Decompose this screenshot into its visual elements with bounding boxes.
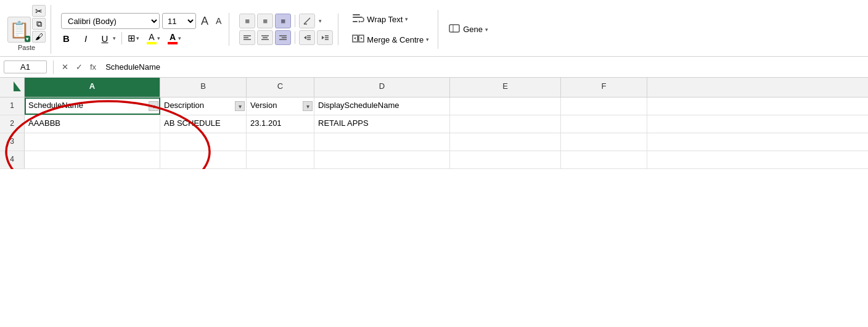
cell-B4[interactable] <box>160 151 247 168</box>
cell-D1[interactable]: DisplayScheduleName <box>314 97 450 115</box>
font-group: Calibri (Body) 11 A A B I U ▾ ⊞ ▾ <box>56 13 229 46</box>
cell-A2[interactable]: AAABBB <box>25 115 160 133</box>
confirm-formula-icon[interactable]: ✓ <box>74 61 84 73</box>
fx-icon[interactable]: fx <box>88 61 98 73</box>
format-painter-button[interactable]: 🖌 <box>32 31 46 43</box>
cell-F3[interactable] <box>561 133 647 151</box>
fill-color-group[interactable]: A ▾ <box>145 31 162 46</box>
cell-A4[interactable] <box>25 151 160 168</box>
svg-rect-20 <box>353 17 362 18</box>
align-right-button[interactable] <box>275 30 291 45</box>
svg-rect-19 <box>353 14 360 15</box>
clipboard-options: ✂ ⧉ 🖌 <box>32 5 46 43</box>
col-header-C[interactable]: C <box>247 78 314 97</box>
cell-C1[interactable]: Version ▾ <box>247 97 314 115</box>
align-row1: ≡ ≡ ≡ ▾ <box>239 14 333 28</box>
cell-B1-dropdown[interactable]: ▾ <box>235 101 245 111</box>
svg-marker-21 <box>359 20 361 23</box>
paste-group: 📋 ▾ ✂ ⧉ 🖌 Paste <box>5 5 51 54</box>
table-row: 3 <box>0 133 868 151</box>
alignment-group: ≡ ≡ ≡ ▾ <box>234 14 338 45</box>
decrease-indent-button[interactable] <box>299 30 315 45</box>
row-num-header <box>0 78 25 97</box>
cell-B2[interactable]: AB SCHEDULE <box>160 115 247 133</box>
cell-B3[interactable] <box>160 133 247 151</box>
copy-button[interactable]: ⧉ <box>32 18 46 30</box>
cut-button[interactable]: ✂ <box>32 5 46 17</box>
increase-indent-button[interactable] <box>317 30 333 45</box>
cell-A1[interactable]: ScheduleName ▾ <box>25 97 160 115</box>
merge-centre-button[interactable]: Merge & Centre ▾ <box>348 30 433 49</box>
cell-F2[interactable] <box>561 115 647 133</box>
formula-input[interactable] <box>102 61 864 73</box>
align-middle-button[interactable]: ≡ <box>257 14 273 28</box>
cell-C2[interactable]: 23.1.201 <box>247 115 314 133</box>
align-left-button[interactable] <box>239 30 255 45</box>
cell-B1[interactable]: Description ▾ <box>160 97 247 115</box>
row-number-1: 1 <box>0 97 25 115</box>
number-group: Gene ▾ <box>443 22 493 37</box>
fill-color-button[interactable]: A <box>147 32 157 44</box>
cell-D4[interactable] <box>314 151 450 168</box>
cell-D3[interactable] <box>314 133 450 151</box>
svg-marker-15 <box>322 36 324 39</box>
col-header-B[interactable]: B <box>160 78 247 97</box>
paste-label: Paste <box>18 44 35 51</box>
svg-rect-22 <box>353 21 358 22</box>
cell-C1-dropdown[interactable]: ▾ <box>303 101 313 111</box>
font-color-button[interactable]: A <box>168 32 178 44</box>
row-number-3: 3 <box>0 133 25 151</box>
cell-C3[interactable] <box>247 133 314 151</box>
wrap-text-button[interactable]: Wrap Text ▾ <box>348 10 433 28</box>
align-bottom-button[interactable]: ≡ <box>275 14 291 28</box>
col-header-D[interactable]: D <box>314 78 450 97</box>
underline-group[interactable]: U ▾ <box>96 31 118 46</box>
bold-button[interactable]: B <box>61 32 76 45</box>
cell-C4[interactable] <box>247 151 314 168</box>
cell-D2[interactable]: RETAIL APPS <box>314 115 450 133</box>
italic-button[interactable]: I <box>80 33 92 44</box>
font-shrink-button[interactable]: A <box>213 15 224 27</box>
underline-button[interactable]: U <box>97 33 112 44</box>
cell-A2-value: AAABBB <box>28 118 60 128</box>
cell-E3[interactable] <box>450 133 561 151</box>
col-header-A[interactable]: A <box>25 78 160 97</box>
cell-E4[interactable] <box>450 151 561 168</box>
cell-F1[interactable] <box>561 97 647 115</box>
wrap-merge-group: Wrap Text ▾ Merge & Centre ▾ <box>343 10 438 49</box>
cell-E1[interactable] <box>450 97 561 115</box>
col-header-E[interactable]: E <box>450 78 561 97</box>
paste-button[interactable]: 📋 ▾ <box>7 17 31 43</box>
font-size-select[interactable]: 11 <box>162 13 196 29</box>
svg-line-0 <box>304 18 310 24</box>
align-center-button[interactable] <box>257 30 273 45</box>
cell-F4[interactable] <box>561 151 647 168</box>
wrap-text-label: Wrap Text <box>367 15 403 24</box>
table-row: 1 ScheduleName ▾ Description ▾ Version ▾… <box>0 97 868 115</box>
font-name-select[interactable]: Calibri (Body) <box>61 13 160 29</box>
cell-A1-dropdown[interactable]: ▾ <box>149 101 158 111</box>
align-top-button[interactable]: ≡ <box>239 14 255 28</box>
merge-icon <box>352 32 364 47</box>
cancel-formula-icon[interactable]: ✕ <box>60 61 70 73</box>
fill-color-bar <box>147 42 157 44</box>
border-group[interactable]: ⊞ ▾ <box>126 31 141 45</box>
svg-marker-11 <box>304 36 306 39</box>
row-number-4: 4 <box>0 151 25 168</box>
font-grow-button[interactable]: A <box>199 14 211 28</box>
cell-A3[interactable] <box>25 133 160 151</box>
angle-text-button[interactable] <box>299 14 315 28</box>
svg-rect-28 <box>449 25 459 32</box>
cell-reference-box[interactable] <box>4 60 47 73</box>
svg-marker-30 <box>14 81 21 91</box>
border-arrow: ▾ <box>136 35 139 41</box>
angle-text-arrow[interactable]: ▾ <box>317 17 324 25</box>
svg-marker-26 <box>354 37 356 39</box>
number-format-arrow[interactable]: ▾ <box>485 27 488 33</box>
col-header-F[interactable]: F <box>561 78 647 97</box>
merge-centre-arrow: ▾ <box>426 36 429 43</box>
font-color-arrow: ▾ <box>178 35 181 41</box>
font-color-group[interactable]: A ▾ <box>166 31 183 46</box>
fill-color-arrow: ▾ <box>157 35 160 41</box>
cell-E2[interactable] <box>450 115 561 133</box>
